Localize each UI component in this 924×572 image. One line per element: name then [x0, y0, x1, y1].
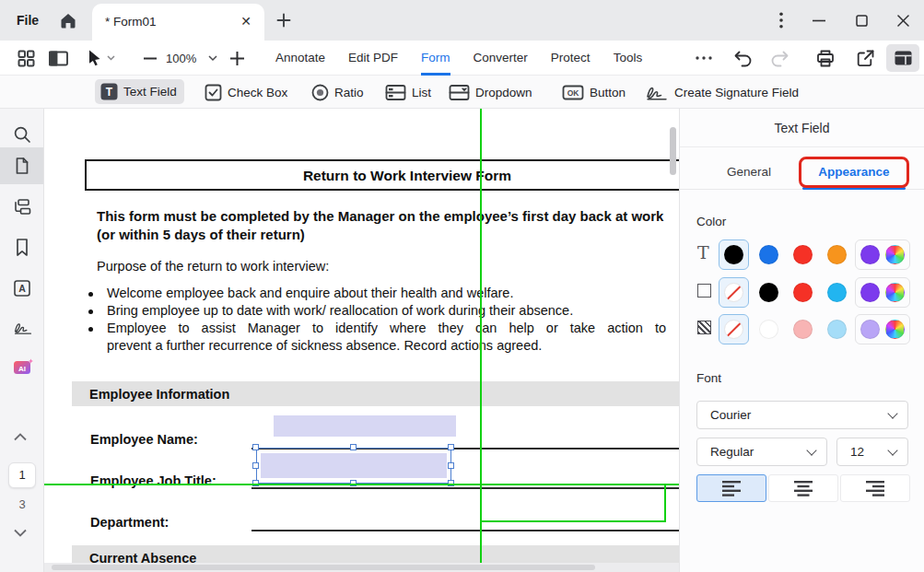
- cursor-dropdown-icon[interactable]: [107, 41, 115, 76]
- menu-protect[interactable]: Protect: [551, 41, 591, 76]
- section1-title: Employee Information: [72, 381, 679, 402]
- text-color-swatch-orange[interactable]: [827, 245, 847, 264]
- doc-bullet-3-line1: Employee to assist Manager to identify w…: [107, 321, 666, 335]
- reading-layout-icon[interactable]: [886, 44, 919, 72]
- dropdown-tool[interactable]: Dropdown: [449, 76, 532, 109]
- font-family-select[interactable]: Courier: [696, 401, 908, 429]
- zoom-dropdown-icon[interactable]: [208, 41, 217, 76]
- doc-bullet-1: Welcome employee back and enquire about …: [107, 286, 513, 300]
- fill-color-swatch-white[interactable]: [759, 320, 778, 339]
- redo-icon[interactable]: [770, 41, 789, 76]
- fill-color-picker-rainbow[interactable]: [885, 320, 905, 339]
- tab-title: * Form01: [105, 4, 157, 41]
- text-color-swatch-red[interactable]: [793, 245, 813, 264]
- text-color-selected-swatch[interactable]: [719, 239, 749, 270]
- file-menu[interactable]: File: [17, 0, 39, 41]
- doc-bullet-2: Bring employee up to date with work/ rea…: [107, 303, 573, 318]
- menu-annotate[interactable]: Annotate: [275, 41, 325, 76]
- align-center-button[interactable]: [768, 474, 838, 502]
- tab-general[interactable]: General: [698, 158, 800, 187]
- left-sidebar: A AI 1 3: [0, 109, 44, 572]
- border-color-swatch-black[interactable]: [759, 283, 778, 302]
- border-color-swatch-purple[interactable]: [860, 283, 880, 302]
- align-right-button[interactable]: [840, 474, 910, 502]
- menu-form[interactable]: Form: [421, 41, 450, 76]
- text-color-swatch-purple[interactable]: [860, 245, 880, 264]
- zoom-out-icon[interactable]: [144, 41, 157, 76]
- export-icon[interactable]: [856, 41, 875, 76]
- employee-name-field[interactable]: [274, 415, 456, 437]
- minimize-button[interactable]: [805, 0, 833, 41]
- align-left-button[interactable]: [696, 474, 766, 502]
- border-color-swatch-red[interactable]: [793, 283, 813, 302]
- fill-color-swatch-lightpurple[interactable]: [860, 320, 880, 339]
- resize-handle-nw[interactable]: [252, 444, 259, 450]
- fill-color-swatch-pink[interactable]: [793, 320, 813, 339]
- page-up-icon[interactable]: [14, 433, 32, 451]
- radio-tool[interactable]: Ratio: [311, 76, 364, 109]
- main-toolbar: 100% Annotate Edit PDF Form Converter Pr…: [0, 41, 924, 76]
- page-down-icon[interactable]: [14, 529, 32, 547]
- zoom-in-icon[interactable]: [230, 41, 244, 76]
- dropdown-label: Dropdown: [475, 86, 532, 99]
- new-field-draw-rect[interactable]: [480, 484, 666, 522]
- signature-field-tool[interactable]: Create Signature Field: [645, 76, 799, 109]
- text-color-picker-rainbow[interactable]: [885, 245, 905, 264]
- list-tool[interactable]: List: [385, 76, 431, 109]
- close-button[interactable]: [889, 0, 917, 41]
- document-tab[interactable]: * Form01 ✕: [92, 4, 264, 41]
- text-color-swatch-blue[interactable]: [759, 245, 778, 264]
- selected-field-fill[interactable]: [261, 453, 447, 478]
- resize-handle-n[interactable]: [350, 444, 357, 450]
- font-style-value: Regular: [710, 445, 808, 459]
- select-cursor-icon[interactable]: [85, 41, 103, 76]
- menu-converter[interactable]: Converter: [474, 41, 528, 76]
- font-size-select[interactable]: 12: [836, 438, 908, 466]
- font-section-label: Font: [696, 371, 721, 385]
- horizontal-scrollbar-track[interactable]: [44, 563, 679, 572]
- next-page-number[interactable]: 3: [0, 497, 44, 511]
- vertical-scrollbar-thumb[interactable]: [670, 127, 676, 175]
- border-color-swatch-cyan[interactable]: [827, 283, 847, 302]
- sidebar-signature-icon[interactable]: [13, 320, 31, 338]
- search-icon[interactable]: [13, 125, 31, 144]
- menu-tools[interactable]: Tools: [614, 41, 643, 76]
- home-icon[interactable]: [58, 10, 78, 30]
- align-right-icon: [865, 481, 885, 496]
- outline-tree-icon[interactable]: [13, 198, 31, 216]
- bookmark-icon[interactable]: [13, 238, 31, 256]
- current-page-box[interactable]: 1: [8, 462, 36, 488]
- check-box-tool[interactable]: Check Box: [205, 76, 287, 109]
- titlebar-kebab-icon[interactable]: [767, 0, 795, 41]
- text-field-tool[interactable]: T Text Field: [95, 79, 184, 104]
- document-canvas[interactable]: Return to Work Interview Form This form …: [44, 109, 679, 572]
- button-ok-icon: OK: [562, 84, 584, 101]
- border-color-picker-rainbow[interactable]: [885, 283, 905, 302]
- ribbon-menu: Annotate Edit PDF Form Converter Protect…: [275, 41, 642, 76]
- menu-edit-pdf[interactable]: Edit PDF: [348, 41, 398, 76]
- resize-handle-ne[interactable]: [448, 444, 454, 450]
- border-color-selected-swatch[interactable]: [719, 277, 749, 308]
- tab-close-icon[interactable]: ✕: [240, 14, 251, 29]
- font-style-select[interactable]: Regular: [696, 438, 827, 466]
- fill-color-swatch-lightblue[interactable]: [827, 320, 847, 339]
- grid-view-icon[interactable]: [17, 41, 36, 76]
- svg-text:T: T: [106, 86, 113, 99]
- annotations-icon[interactable]: A: [13, 279, 31, 298]
- selected-text-field[interactable]: [256, 448, 451, 484]
- undo-icon[interactable]: [733, 41, 753, 76]
- new-tab-icon[interactable]: [275, 12, 292, 29]
- radio-icon: [311, 84, 329, 101]
- more-tools-icon[interactable]: [696, 41, 712, 76]
- fill-color-selected-swatch[interactable]: [719, 314, 749, 344]
- button-tool[interactable]: OK Button: [562, 76, 626, 109]
- horizontal-scrollbar-thumb[interactable]: [52, 565, 595, 570]
- ai-assistant-icon[interactable]: AI: [13, 357, 31, 376]
- resize-handle-e[interactable]: [448, 462, 454, 469]
- zoom-level[interactable]: 100%: [166, 41, 196, 76]
- page-thumbnails-icon[interactable]: [13, 157, 31, 175]
- maximize-button[interactable]: [848, 0, 875, 41]
- resize-handle-w[interactable]: [252, 462, 259, 469]
- panel-toggle-icon[interactable]: [48, 41, 69, 76]
- print-icon[interactable]: [815, 41, 836, 76]
